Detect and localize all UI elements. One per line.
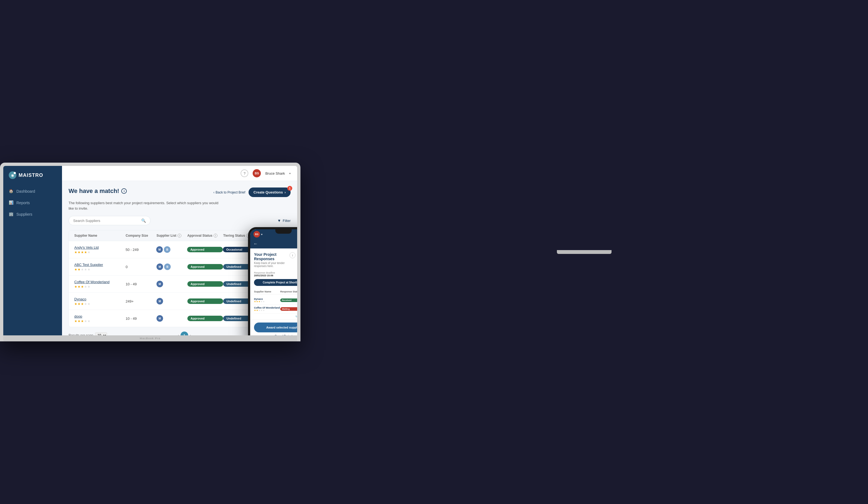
- phone-table-row: Dynaco ★ ★ ★ ★ ★ Received ✉: [254, 296, 297, 305]
- user-menu-chevron[interactable]: ▾: [289, 172, 291, 175]
- supplier-cell: Andy's Vets Ltd ★ ★ ★ ★ ★: [74, 245, 126, 254]
- phone-screen: BS ▾ ≡ ← Your Project Responses Keep t: [250, 229, 297, 335]
- filter-button[interactable]: ▼ Filter: [277, 218, 291, 223]
- supplier-cell: Dynaco ★ ★ ★ ★ ★: [74, 296, 126, 306]
- phone-cancel-link[interactable]: Cancel Project: [254, 334, 297, 335]
- supplier-name-link[interactable]: doop: [74, 314, 82, 319]
- star-rating: ★ ★ ★ ★ ★: [74, 250, 126, 254]
- approval-status-info-icon[interactable]: i: [214, 234, 217, 238]
- title-info-icon[interactable]: i: [121, 188, 127, 194]
- star-4: ★: [84, 319, 87, 323]
- star-rating: ★ ★ ★ ★ ★: [74, 268, 126, 271]
- supplier-name-link[interactable]: ABC Test Supplier: [74, 263, 103, 267]
- star-2: ★: [78, 268, 81, 271]
- help-button[interactable]: ?: [241, 170, 248, 177]
- current-page-number[interactable]: 1: [180, 332, 188, 335]
- star-2: ★: [78, 285, 81, 289]
- star-1: ★: [74, 250, 77, 254]
- macbook-stand: [557, 250, 611, 254]
- approval-badge: Approved: [187, 281, 224, 287]
- col-supplier-list: Supplier List i: [156, 234, 187, 238]
- star-rating: ★ ★ ★ ★ ★: [74, 285, 126, 289]
- phone-title: Your Project Responses: [254, 252, 290, 261]
- reports-icon: 📊: [9, 200, 14, 205]
- phone-col-response: Response Status: [280, 290, 297, 293]
- search-input[interactable]: [73, 219, 139, 223]
- badge-m: M: [156, 263, 163, 270]
- phone-back-button[interactable]: ←: [254, 241, 258, 246]
- search-filter-row: 🔍 ▼ Filter: [69, 216, 291, 225]
- phone-subtitle: Keep track of your tender responses here…: [254, 262, 290, 268]
- phone-info-icon[interactable]: i: [290, 252, 296, 258]
- supplier-name-link[interactable]: Dynaco: [74, 297, 86, 301]
- create-questions-button[interactable]: Create Questions › 1: [249, 188, 291, 197]
- list-badges: M: [156, 298, 187, 304]
- search-icon: 🔍: [141, 218, 146, 223]
- company-size: 249+: [126, 299, 156, 303]
- prev-page-button[interactable]: ‹: [178, 333, 179, 335]
- badge-m: M: [156, 281, 163, 287]
- supplier-cell: doop ★ ★ ★ ★ ★: [74, 314, 126, 323]
- approval-badge: Approved: [187, 299, 224, 304]
- user-name: Bruce Shark: [265, 171, 285, 175]
- star-3: ★: [81, 302, 84, 306]
- per-page-label: Results per page: [69, 333, 93, 335]
- user-avatar: BS: [252, 169, 261, 178]
- logo-icon: ◉: [9, 171, 17, 179]
- star-4: ★: [84, 302, 87, 306]
- refresh-table-link[interactable]: ↻ Refresh table: [254, 313, 297, 320]
- search-box: 🔍: [69, 216, 151, 225]
- next-page-button[interactable]: ›: [190, 333, 191, 335]
- star-2: ★: [78, 250, 81, 254]
- badge-m: M: [156, 315, 163, 322]
- phone-supplier-name: Dynaco: [254, 298, 280, 300]
- badge-b: B: [164, 246, 170, 253]
- phone-supplier-cell: Dynaco ★ ★ ★ ★ ★: [254, 298, 280, 303]
- deadline-info: Response deadline 20/01/2023 15:06: [254, 271, 275, 277]
- phone-footer: Award selected supplier Cancel Project: [250, 320, 297, 335]
- sidebar-item-reports[interactable]: 📊 Reports: [3, 197, 62, 209]
- list-badges: M B: [156, 263, 187, 270]
- supplier-name-link[interactable]: Andy's Vets Ltd: [74, 245, 99, 250]
- deadline-label: Response deadline: [254, 271, 275, 274]
- star-3: ★: [81, 319, 84, 323]
- approval-badge: Approved: [187, 247, 223, 252]
- complete-shortlisting-button[interactable]: Complete Project at Shortlisting: [254, 279, 297, 286]
- response-status-badge: Received: [280, 299, 297, 302]
- star-rating: ★ ★ ★ ★ ★: [74, 302, 126, 306]
- supplier-cell: Coffee Of Wonderland ★ ★ ★ ★ ★: [74, 279, 126, 289]
- supplier-list-info-icon[interactable]: i: [177, 234, 182, 238]
- suppliers-icon: 🏢: [9, 212, 14, 217]
- sidebar-item-dashboard[interactable]: 🏠 Dashboard: [3, 185, 62, 197]
- col-approval-status: Approval Status i: [187, 234, 224, 238]
- approval-badge: Approved: [187, 264, 224, 270]
- deadline-row: Response deadline 20/01/2023 15:06 Amend…: [254, 271, 297, 277]
- sidebar-item-suppliers[interactable]: 🏢 Suppliers: [3, 209, 62, 220]
- per-page-select[interactable]: 10 25 50: [95, 332, 107, 335]
- company-size: 50 - 249: [126, 248, 156, 252]
- back-to-brief-link[interactable]: ‹ Back to Project Brief: [213, 191, 245, 194]
- page-controls: ‹ 1 ›: [178, 332, 191, 335]
- phone-table-header: Supplier Name Response Status: [254, 289, 297, 294]
- star-1: ★: [74, 319, 77, 323]
- phone-supplier-name: Coffee Of Wonderland: [254, 306, 280, 309]
- macbook-label: MacBook Pro: [140, 337, 161, 340]
- col-company-size: Company Size: [126, 234, 156, 238]
- phone-notch: [275, 229, 292, 234]
- company-size: 10 - 49: [126, 316, 156, 321]
- page-header: We have a match! i ‹ Back to Project Bri…: [69, 188, 291, 197]
- results-per-page: Results per page 10 25 50: [69, 332, 107, 335]
- notification-badge: 1: [287, 186, 292, 191]
- supplier-cell: ABC Test Supplier ★ ★ ★ ★ ★: [74, 262, 126, 271]
- star-5: ★: [87, 319, 90, 323]
- award-supplier-button[interactable]: Award selected supplier: [254, 323, 297, 332]
- macbook-bottom: MacBook Pro: [3, 335, 297, 341]
- col-supplier-name: Supplier Name: [74, 234, 126, 238]
- supplier-name-link[interactable]: Coffee Of Wonderland: [74, 280, 110, 284]
- phone-overlay: BS ▾ ≡ ← Your Project Responses Keep t: [248, 227, 297, 335]
- home-icon: 🏠: [9, 189, 14, 194]
- page-subtitle: The following suppliers best match your …: [69, 200, 221, 211]
- star-rating: ★ ★ ★ ★ ★: [74, 319, 126, 323]
- phone-user-name: ▾: [261, 233, 262, 236]
- phone-top-header: ←: [250, 239, 297, 249]
